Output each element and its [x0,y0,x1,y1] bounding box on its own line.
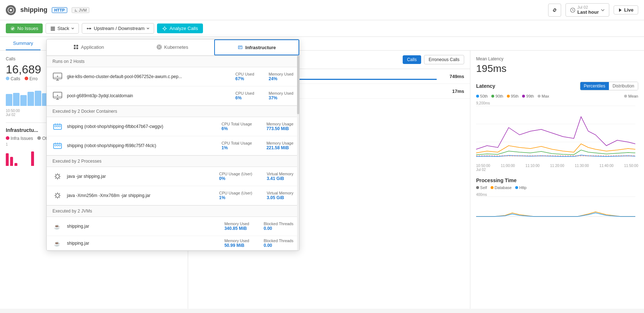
dropdown-tab-kubernetes[interactable]: Kubernetes [130,39,214,55]
calls-filter-btn[interactable]: Calls [403,55,421,64]
time-date: Jul 02 [577,5,599,9]
svg-point-30 [57,95,58,96]
upstream-downstream-button[interactable]: Upstream / Downstream [82,23,154,34]
svg-rect-18 [74,45,76,47]
svg-rect-19 [76,45,78,47]
process-icon-1 [52,171,63,181]
mean-latency-value: 195ms [476,63,638,74]
stack-button[interactable]: Stack [46,23,79,34]
jvm-row-1[interactable]: ☕ shipping.jar Memory Used 340.85 MiB Bl… [47,217,299,236]
process-icon-2 [52,190,63,201]
jvm-metrics-1: Memory Used 340.85 MiB Blocked Threads 0… [224,222,293,231]
processes-section-header: Executed by 2 Processes [47,155,299,167]
analyze-calls-button[interactable]: Analyze Calls [157,23,203,33]
process-row-2[interactable]: java -Xmn256m -Xmx768m -jar shipping.jar… [47,186,299,205]
svg-rect-21 [76,47,78,49]
process-name-1: java -jar shipping.jar [67,174,219,179]
infrastructure-dropdown: Application Kubernetes Infrastructure Ru… [46,39,300,251]
svg-text:☕: ☕ [54,241,60,247]
svg-rect-36 [55,145,56,146]
http-badge: HTTP [52,7,67,13]
distribution-btn[interactable]: Distribution [609,82,638,90]
jvm-metrics-2: Memory Used 50.99 MiB Blocked Threads 0.… [224,239,293,248]
svg-rect-34 [59,125,60,127]
container-icon-2 [52,141,63,151]
dropdown-tabs: Application Kubernetes Infrastructure [47,39,299,56]
container-row-2[interactable]: shipping (robot-shop/shipping-f698c75f7-… [47,136,299,155]
svg-rect-33 [57,125,58,127]
live-button[interactable]: Live [614,5,638,14]
docker-section-header: Executed by 2 Docker Containers [47,106,299,117]
time-range: Last hour [577,9,599,15]
percentiles-btn[interactable]: Percentiles [580,82,609,90]
svg-text:J: J [75,9,76,11]
host-metrics-1: CPU Used 67% Memory Used 24% [236,72,293,81]
jvm-row-2[interactable]: ☕ shipping.jar Memory Used 50.99 MiB Blo… [47,236,299,250]
header: shipping HTTP J JVM Jul 02 Last hour Liv… [0,0,644,20]
process-row-1[interactable]: java -jar shipping.jar CPU Usage (User) … [47,167,299,186]
right-panel: Mean Latency 195ms Latency Percentiles D… [470,51,644,309]
svg-rect-38 [59,145,60,146]
erroneous-calls-btn[interactable]: Erroneous Calls [424,55,464,64]
jvm-icon-1: ☕ [52,221,63,231]
host-icon-2 [52,91,63,101]
app-title: shipping [20,6,47,14]
latency-legend: 50th 90th 95th 99th Max Mean [476,94,638,98]
processing-y-label: 400ms [476,193,638,197]
host-icon-1 [52,72,63,82]
host-cpu-1: CPU Used 67% [236,72,254,81]
container-row-1[interactable]: shipping (robot-shop/shipping-6fbbc47b67… [47,117,299,136]
svg-point-25 [157,47,158,48]
container-metrics-1: CPU Total Usage 6% Memory Usage 773.50 M… [221,122,293,131]
host-name-1: gke-k8s-demo-cluster-default-pool-096725… [67,74,236,79]
processing-legend: Self Database Http [476,185,638,190]
process-metrics-2: CPU Usage (User) 1% Virtual Memory 3.05 … [219,191,293,200]
processing-time-section: Processing Time Self Database Http 400ms [476,177,638,221]
latency-x-axis: 10:50:00Jul 02 11:00:00 11:10:00 11:20:0… [476,164,638,172]
mean-latency-metric: Mean Latency 195ms [476,56,638,74]
host-cpu-2: CPU Used 6% [236,91,254,100]
container-metrics-2: CPU Total Usage 1% Memory Usage 221.58 M… [221,141,293,150]
toolbar: No Issues Stack Upstream / Downstream An… [0,20,644,37]
svg-point-8 [87,28,88,29]
endpoint-value-confirm: 17ms [452,89,464,94]
svg-point-28 [57,76,58,77]
jvm-name-1: shipping.jar [67,224,224,229]
dropdown-tab-infrastructure[interactable]: Infrastructure [214,39,299,55]
hosts-section-header: Runs on 2 Hosts [47,56,299,67]
svg-rect-37 [57,145,58,146]
endpoint-value-cities: 749ms [450,74,464,79]
latency-chart-container: 9,200ms 10:50:00Jul 02 11:00 [476,101,638,172]
host-row-2[interactable]: pool-g689mti3p-3ydql.localdomain CPU Use… [47,86,299,106]
svg-rect-32 [55,125,56,127]
mean-latency-label: Mean Latency [476,56,638,61]
svg-rect-6 [51,28,55,29]
latency-toggle-group: Percentiles Distribution [580,82,638,90]
svg-rect-7 [51,30,55,31]
time-picker[interactable]: Jul 02 Last hour [565,3,609,17]
dropdown-tab-application[interactable]: Application [47,39,130,55]
svg-point-26 [160,47,161,48]
latency-section-header: Latency Percentiles Distribution [476,82,638,90]
svg-point-23 [158,46,160,47]
latency-chart [476,106,635,162]
link-icon[interactable] [548,4,561,17]
container-name-2: shipping (robot-shop/shipping-f698c75f7-… [67,143,221,148]
dropdown-content: Runs on 2 Hosts gke-k8s-demo-cluster-def… [47,56,299,250]
svg-text:☕: ☕ [54,224,60,230]
tab-summary[interactable]: Summary [6,37,41,50]
svg-rect-5 [51,27,55,28]
app-logo [6,5,16,15]
jvms-section-header: Executed by 2 JVMs [47,205,299,217]
container-name-1: shipping (robot-shop/shipping-6fbbc47b67… [67,124,221,129]
latency-title: Latency [476,83,495,89]
jvm-name-2: shipping.jar [67,241,224,246]
scrollbar-track[interactable] [297,56,299,250]
no-issues-button[interactable]: No Issues [6,23,43,33]
svg-point-1 [10,9,12,11]
scrollbar-thumb[interactable] [297,56,299,114]
jvm-icon-2: ☕ [52,238,63,248]
host-row-1[interactable]: gke-k8s-demo-cluster-default-pool-096725… [47,67,299,86]
container-icon-1 [52,121,63,132]
host-mem-1: Memory Used 24% [269,72,293,81]
